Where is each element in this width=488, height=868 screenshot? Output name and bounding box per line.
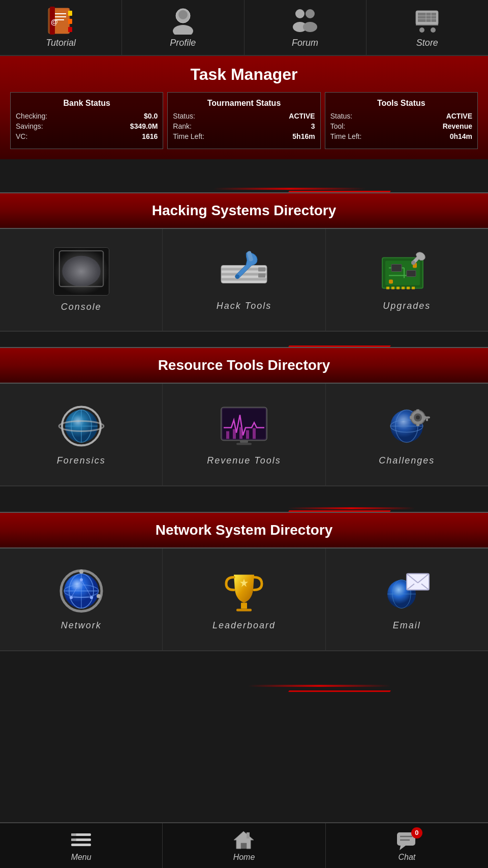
svg-rect-64: [239, 427, 242, 439]
svg-point-19: [419, 27, 424, 33]
svg-rect-82: [423, 416, 426, 419]
checking-label: Checking:: [16, 112, 47, 120]
top-navigation: @ Tutorial Profile: [0, 0, 488, 56]
svg-rect-48: [396, 286, 400, 289]
savings-label: Savings:: [16, 122, 43, 130]
nav-menu[interactable]: Menu: [0, 823, 163, 868]
svg-rect-114: [241, 843, 247, 849]
tools-status-value: ACTIVE: [446, 112, 472, 120]
nav-forum[interactable]: Forum: [245, 0, 367, 55]
tools-status-label: Status:: [330, 112, 353, 120]
bg-decoration-4: [0, 651, 488, 692]
rank-label: Rank:: [173, 122, 192, 130]
revenue-tools-item[interactable]: Revenue Tools: [163, 384, 325, 485]
svg-rect-97: [241, 602, 247, 609]
email-item[interactable]: Email: [326, 548, 488, 650]
svg-rect-115: [247, 832, 250, 838]
svg-rect-46: [386, 286, 389, 289]
svg-rect-67: [240, 440, 248, 443]
tournament-status-card: Tournament Status Status: ACTIVE Rank: 3…: [167, 92, 320, 149]
svg-rect-42: [391, 264, 402, 271]
svg-point-15: [306, 9, 315, 18]
svg-rect-81: [410, 416, 412, 419]
resource-directory: Resource Tools Directory: [0, 347, 488, 486]
svg-point-75: [416, 415, 420, 419]
svg-rect-45: [389, 279, 393, 283]
tournament-status-label: Status:: [173, 112, 195, 120]
tutorial-icon: @: [46, 7, 76, 35]
tournament-time-row: Time Left: 5h16m: [173, 132, 315, 140]
tool-label: Tool:: [330, 122, 346, 130]
chat-badge: 0: [411, 827, 422, 838]
svg-rect-63: [233, 429, 236, 439]
forensics-icon: [56, 403, 107, 449]
svg-rect-49: [402, 286, 405, 289]
svg-point-96: [97, 594, 101, 598]
checking-value: $0.0: [144, 112, 158, 120]
tool-value: Revenue: [443, 122, 472, 130]
svg-rect-110: [71, 844, 91, 846]
resource-directory-grid: Forensics: [0, 384, 488, 486]
svg-rect-50: [407, 286, 410, 289]
leaderboard-icon: [219, 568, 269, 614]
profile-icon: [168, 7, 198, 35]
leaderboard-label: Leaderboard: [212, 620, 276, 631]
menu-icon: [70, 830, 93, 850]
savings-row: Savings: $349.0M: [16, 122, 158, 130]
network-directory-grid: Network: [0, 548, 488, 651]
svg-point-11: [178, 10, 188, 19]
store-icon: [412, 7, 442, 35]
nav-tutorial[interactable]: @ Tutorial: [0, 0, 122, 55]
forum-icon: [290, 7, 320, 35]
svg-rect-18: [418, 13, 436, 22]
svg-rect-47: [391, 286, 394, 289]
tournament-status-value: ACTIVE: [289, 112, 315, 120]
nav-chat[interactable]: 0 Chat: [326, 823, 488, 868]
nav-profile[interactable]: Profile: [122, 0, 244, 55]
status-grid: Bank Status Checking: $0.0 Savings: $349…: [10, 92, 478, 149]
challenges-item[interactable]: Challenges: [326, 384, 488, 485]
svg-rect-65: [246, 430, 249, 439]
forum-label: Forum: [292, 38, 318, 48]
email-icon: [381, 568, 432, 614]
svg-point-35: [235, 274, 239, 278]
nav-store[interactable]: Store: [367, 0, 488, 55]
hack-tools-label: Hack Tools: [217, 301, 271, 311]
upgrades-label: Upgrades: [383, 301, 431, 311]
network-item[interactable]: Network: [0, 548, 163, 650]
task-manager: Task Manager Bank Status Checking: $0.0 …: [0, 56, 488, 159]
svg-rect-33: [258, 267, 265, 271]
console-item[interactable]: Console: [0, 229, 163, 331]
savings-value: $349.0M: [130, 122, 158, 130]
tournament-time-value: 5h16m: [292, 132, 315, 140]
nav-home[interactable]: Home: [163, 823, 325, 868]
revenue-tools-label: Revenue Tools: [207, 455, 281, 466]
svg-point-16: [303, 22, 317, 32]
console-icon: [53, 247, 109, 296]
bank-status-title: Bank Status: [16, 99, 158, 108]
hacking-directory-grid: Console: [0, 229, 488, 332]
svg-point-95: [79, 569, 83, 573]
resource-directory-title: Resource Tools Directory: [0, 347, 488, 384]
svg-rect-32: [221, 278, 267, 280]
home-label: Home: [233, 853, 255, 862]
svg-rect-111: [71, 833, 76, 836]
task-manager-title: Task Manager: [10, 65, 478, 84]
tool-row: Tool: Revenue: [330, 122, 472, 130]
forensics-item[interactable]: Forensics: [0, 384, 163, 485]
store-label: Store: [416, 38, 438, 48]
svg-rect-112: [71, 838, 76, 841]
leaderboard-item[interactable]: Leaderboard: [163, 548, 325, 650]
upgrades-item[interactable]: Upgrades: [326, 229, 488, 331]
svg-rect-43: [407, 270, 416, 276]
console-label: Console: [61, 302, 102, 312]
svg-rect-66: [253, 428, 256, 439]
hacking-directory: Hacking Systems Directory: [0, 192, 488, 332]
email-label: Email: [393, 620, 421, 631]
tools-status-row: Status: ACTIVE: [330, 112, 472, 120]
svg-marker-119: [400, 846, 406, 850]
hack-tools-item[interactable]: Hack Tools: [163, 229, 325, 331]
network-directory: Network System Directory: [0, 512, 488, 651]
tools-time-row: Time Left: 0h14m: [330, 132, 472, 140]
svg-point-12: [173, 25, 193, 35]
